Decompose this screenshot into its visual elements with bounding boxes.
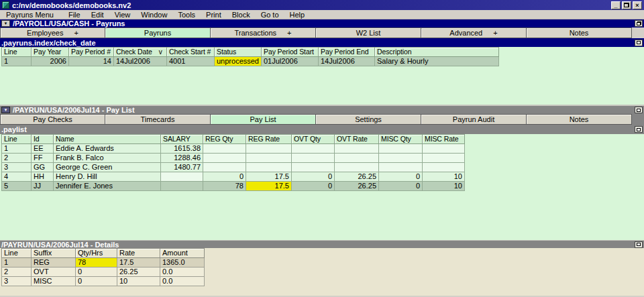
- cell[interactable]: 0.0: [160, 277, 205, 286]
- cell[interactable]: 0: [292, 182, 335, 191]
- column-header-status[interactable]: Status: [215, 48, 262, 57]
- tab-notes[interactable]: Notes: [526, 27, 632, 38]
- details-bar-maximize-button[interactable]: [635, 241, 643, 248]
- minimize-button[interactable]: _: [611, 1, 621, 9]
- tab-timecards[interactable]: Timecards: [105, 114, 211, 125]
- cell-pay-period-start[interactable]: 01Jul2006: [262, 57, 319, 66]
- cell[interactable]: 10: [117, 277, 160, 286]
- menu-file[interactable]: File: [63, 11, 86, 19]
- cell[interactable]: [161, 172, 203, 182]
- tab-employees[interactable]: Employees+: [0, 27, 105, 38]
- cell[interactable]: [161, 182, 203, 191]
- tab-payruns[interactable]: Payruns: [105, 27, 211, 38]
- menu-block[interactable]: Block: [227, 11, 256, 19]
- cell[interactable]: [246, 163, 292, 172]
- column-header-qty-hrs[interactable]: Qty/Hrs: [76, 249, 117, 258]
- cell[interactable]: EE: [32, 144, 54, 154]
- cell[interactable]: OVT: [32, 268, 76, 277]
- paylist-dropdown-icon[interactable]: ▼: [1, 107, 10, 113]
- cell[interactable]: 26.25: [117, 268, 160, 277]
- column-header-rate[interactable]: Rate: [117, 249, 160, 258]
- cell-focused[interactable]: 78: [76, 258, 117, 268]
- cell[interactable]: [335, 144, 379, 154]
- column-header-line[interactable]: Line: [2, 249, 32, 258]
- cell[interactable]: Henry D. Hill: [54, 172, 161, 182]
- cell-pay-period[interactable]: 14: [69, 57, 114, 66]
- column-header-amount[interactable]: Amount: [160, 249, 205, 258]
- cell-pay-year[interactable]: 2006: [32, 57, 69, 66]
- cell[interactable]: 0: [76, 277, 117, 286]
- cell-description[interactable]: Salary & Hourly: [375, 57, 499, 66]
- payruns-bar-restore-button[interactable]: [635, 20, 643, 27]
- cell[interactable]: [379, 144, 423, 154]
- cell[interactable]: 1365.0: [160, 258, 205, 268]
- payruns-index-maximize-button[interactable]: [635, 40, 643, 46]
- cell[interactable]: [423, 154, 465, 163]
- cell[interactable]: FF: [32, 154, 54, 163]
- cell[interactable]: 26.25: [335, 172, 379, 182]
- cell[interactable]: 3: [2, 277, 32, 286]
- cell-status[interactable]: unprocessed: [215, 57, 262, 66]
- column-header-check-start[interactable]: Check Start #: [167, 48, 215, 57]
- cell-focused[interactable]: 17.5: [246, 182, 292, 191]
- column-header-pay-period-start[interactable]: Pay Period Start: [262, 48, 319, 57]
- menu-window[interactable]: Window: [136, 11, 172, 19]
- cell[interactable]: 1: [2, 258, 32, 268]
- cell[interactable]: [335, 163, 379, 172]
- cell[interactable]: 0: [379, 172, 423, 182]
- cell[interactable]: 17.5: [117, 258, 160, 268]
- restore-button[interactable]: [622, 1, 631, 9]
- paylist-list-maximize-button[interactable]: [635, 126, 643, 133]
- column-header-pay-year[interactable]: Pay Year: [32, 48, 69, 57]
- cell-line[interactable]: 1: [2, 57, 32, 66]
- tab-w2-list[interactable]: W2 List: [315, 27, 421, 38]
- column-header-reg-rate[interactable]: REG Rate: [246, 135, 292, 144]
- menu-view[interactable]: View: [109, 11, 136, 19]
- cell[interactable]: [203, 144, 246, 154]
- menu-tools[interactable]: Tools: [172, 11, 201, 19]
- column-header-pay-period[interactable]: Pay Period #: [69, 48, 114, 57]
- cell[interactable]: [423, 144, 465, 154]
- cell-pay-period-end[interactable]: 14Jul2006: [319, 57, 375, 66]
- column-header-id[interactable]: Id: [32, 135, 54, 144]
- cell[interactable]: 78: [203, 182, 246, 191]
- menu-help[interactable]: Help: [284, 11, 311, 19]
- cell[interactable]: 1480.77: [161, 163, 203, 172]
- payruns-dropdown-icon[interactable]: ▼: [1, 20, 10, 27]
- cell[interactable]: JJ: [32, 182, 54, 191]
- cell[interactable]: George C. Green: [54, 163, 161, 172]
- cell[interactable]: 10: [423, 182, 465, 191]
- cell[interactable]: [292, 163, 335, 172]
- close-button[interactable]: ×: [633, 1, 642, 9]
- column-header-salary[interactable]: SALARY: [161, 135, 203, 144]
- cell[interactable]: 2: [2, 154, 32, 163]
- cell[interactable]: [203, 154, 246, 163]
- tab-transactions[interactable]: Transactions+: [210, 27, 316, 38]
- cell[interactable]: 0: [203, 172, 246, 182]
- cell[interactable]: 0: [76, 268, 117, 277]
- tab-payrun-audit[interactable]: Payrun Audit: [421, 114, 527, 125]
- cell[interactable]: [379, 163, 423, 172]
- cell[interactable]: MISC: [32, 277, 76, 286]
- column-header-pay-period-end[interactable]: Pay Period End: [319, 48, 375, 57]
- cell-check-date[interactable]: 14Jul2006: [114, 57, 167, 66]
- cell[interactable]: REG: [32, 258, 76, 268]
- cell[interactable]: [246, 144, 292, 154]
- menu-edit[interactable]: Edit: [86, 11, 109, 19]
- cell-check-start[interactable]: 4001: [167, 57, 215, 66]
- cell[interactable]: 0: [379, 182, 423, 191]
- column-header-reg-qty[interactable]: REG Qty: [203, 135, 246, 144]
- cell[interactable]: 1: [2, 144, 32, 154]
- cell[interactable]: [423, 163, 465, 172]
- cell[interactable]: 17.5: [246, 172, 292, 182]
- cell[interactable]: 0: [292, 172, 335, 182]
- column-header-suffix[interactable]: Suffix: [32, 249, 76, 258]
- tab-pay-checks[interactable]: Pay Checks: [0, 114, 105, 125]
- paylist-bar-maximize-button[interactable]: [635, 107, 643, 113]
- column-header-line[interactable]: Line: [2, 48, 32, 57]
- cell[interactable]: 3: [2, 163, 32, 172]
- column-header-description[interactable]: Description: [375, 48, 499, 57]
- cell[interactable]: Jennifer E. Jones: [54, 182, 161, 191]
- cell[interactable]: Frank B. Falco: [54, 154, 161, 163]
- cell[interactable]: 2: [2, 268, 32, 277]
